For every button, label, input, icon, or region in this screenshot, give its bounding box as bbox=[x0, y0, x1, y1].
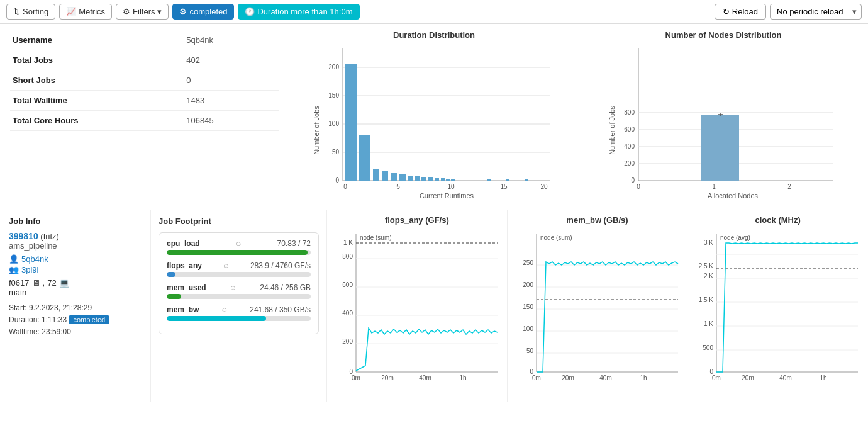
group-line: 👥 3pl9i bbox=[9, 265, 142, 274]
job-id-link[interactable]: 399810 bbox=[9, 231, 38, 241]
total-jobs-value: 402 bbox=[136, 50, 279, 70]
svg-text:2 K: 2 K bbox=[704, 273, 713, 279]
username-row: Username 5qb4nk bbox=[10, 30, 279, 50]
svg-text:1.5 K: 1.5 K bbox=[699, 296, 714, 303]
svg-text:20m: 20m bbox=[562, 374, 574, 381]
metrics-icon: 📈 bbox=[66, 7, 76, 16]
flops-any-bar-bg bbox=[167, 272, 311, 277]
clock-chart-panel: clock (MHz) node (avg) 0 500 1 K 1.5 K 2… bbox=[687, 210, 868, 402]
total-jobs-label: Total Jobs bbox=[10, 50, 136, 70]
group-link[interactable]: 3pl9i bbox=[21, 265, 38, 274]
svg-text:100: 100 bbox=[328, 120, 339, 127]
svg-text:400: 400 bbox=[624, 143, 635, 150]
svg-rect-16 bbox=[391, 173, 397, 181]
status-badge: completed bbox=[69, 315, 109, 324]
reload-select-wrap: No periodic reload bbox=[770, 4, 862, 20]
mem-bw-value: 241.68 / 350 GB/s bbox=[250, 305, 311, 314]
bottom-section: Job Info 399810 (fritz) ams_pipeline 👤 5… bbox=[0, 210, 868, 402]
svg-text:200: 200 bbox=[624, 160, 635, 167]
svg-text:1 K: 1 K bbox=[343, 239, 353, 246]
stats-table: Username 5qb4nk Total Jobs 402 Short Job… bbox=[0, 24, 289, 210]
sorting-icon: ⇅ bbox=[13, 7, 20, 16]
svg-text:0m: 0m bbox=[532, 374, 541, 381]
svg-rect-18 bbox=[408, 176, 413, 181]
metrics-label: Metrics bbox=[79, 7, 105, 16]
filters-button[interactable]: ⚙ Filters ▾ bbox=[116, 4, 169, 20]
svg-text:600: 600 bbox=[624, 126, 635, 133]
mem-used-bar-bg bbox=[167, 294, 311, 299]
sorting-button[interactable]: ⇅ Sorting bbox=[6, 4, 55, 20]
svg-text:800: 800 bbox=[624, 109, 635, 116]
svg-rect-12 bbox=[345, 64, 357, 181]
walltime-label: Total Walltime bbox=[10, 91, 136, 111]
svg-text:800: 800 bbox=[342, 253, 353, 260]
svg-text:200: 200 bbox=[523, 281, 533, 288]
job-cluster: (fritz) bbox=[40, 232, 59, 241]
core-hours-value: 106845 bbox=[136, 111, 279, 131]
start-time: Start: 9.2.2023, 21:28:29 bbox=[9, 302, 142, 314]
footprint-header: Job Footprint bbox=[159, 217, 319, 226]
svg-text:600: 600 bbox=[342, 281, 353, 288]
cpu-load-smiley: ☺ bbox=[235, 240, 242, 247]
cpu-load-value: 70.83 / 72 bbox=[277, 239, 311, 248]
cpu-load-metric: cpu_load ☺ 70.83 / 72 bbox=[167, 239, 311, 255]
filters-label: Filters bbox=[133, 7, 155, 16]
duration-button[interactable]: 🕐 Duration more than 1h:0m bbox=[238, 4, 359, 20]
total-jobs-row: Total Jobs 402 bbox=[10, 50, 279, 70]
completed-button[interactable]: ⚙ completed bbox=[172, 4, 234, 20]
cpu-load-label: cpu_load bbox=[167, 239, 200, 248]
group-icon: 👥 bbox=[9, 265, 19, 274]
svg-text:3 K: 3 K bbox=[704, 239, 713, 246]
short-jobs-label: Short Jobs bbox=[10, 70, 136, 91]
svg-text:0: 0 bbox=[343, 183, 347, 190]
user-link[interactable]: 5qb4nk bbox=[21, 254, 48, 264]
reload-select[interactable]: No periodic reload bbox=[770, 4, 862, 20]
reload-label: Reload bbox=[732, 7, 758, 16]
svg-text:0m: 0m bbox=[712, 374, 721, 381]
svg-text:500: 500 bbox=[703, 344, 714, 351]
svg-rect-21 bbox=[428, 177, 433, 181]
mem-used-smiley: ☺ bbox=[230, 284, 236, 291]
sorting-label: Sorting bbox=[23, 7, 48, 16]
svg-rect-27 bbox=[506, 179, 509, 181]
toolbar: ⇅ Sorting 📈 Metrics ⚙ Filters ▾ ⚙ comple… bbox=[0, 0, 868, 24]
duration-chart-svg: Number of Jobs 50 100 150 200 0 bbox=[311, 42, 557, 206]
flops-any-bar bbox=[167, 272, 175, 277]
flops-chart-svg: node (sum) 0 200 400 600 800 1 K 0m 20m … bbox=[331, 227, 501, 397]
svg-text:0: 0 bbox=[637, 183, 640, 190]
svg-text:20: 20 bbox=[540, 183, 548, 190]
timing-section: Start: 9.2.2023, 21:28:29 Duration: 1:11… bbox=[9, 302, 142, 339]
svg-text:1h: 1h bbox=[640, 374, 647, 381]
svg-rect-47 bbox=[701, 115, 739, 181]
svg-text:50: 50 bbox=[332, 149, 340, 155]
short-jobs-row: Short Jobs 0 bbox=[10, 70, 279, 91]
mem-bw-label: mem_bw bbox=[167, 305, 199, 314]
svg-text:2: 2 bbox=[787, 183, 791, 190]
core-hours-row: Total Core Hours 106845 bbox=[10, 111, 279, 131]
flops-any-label: flops_any bbox=[167, 261, 202, 270]
svg-text:Allocated Nodes: Allocated Nodes bbox=[708, 192, 759, 200]
metrics-button[interactable]: 📈 Metrics bbox=[59, 4, 112, 20]
svg-text:200: 200 bbox=[342, 338, 353, 345]
reload-button[interactable]: ↻ Reload bbox=[715, 4, 766, 20]
svg-text:150: 150 bbox=[523, 303, 533, 310]
node-icon: 🖥 bbox=[32, 278, 40, 288]
node-value: f0617 bbox=[9, 278, 30, 288]
cpu-load-bar bbox=[167, 250, 308, 255]
reload-icon: ↻ bbox=[723, 7, 730, 16]
svg-text:50: 50 bbox=[526, 347, 534, 354]
svg-rect-22 bbox=[435, 178, 439, 181]
svg-text:20m: 20m bbox=[742, 374, 754, 381]
svg-text:250: 250 bbox=[523, 259, 533, 266]
svg-text:node (avg): node (avg) bbox=[720, 234, 750, 241]
svg-rect-23 bbox=[441, 178, 445, 181]
job-footprint-panel: Job Footprint cpu_load ☺ 70.83 / 72 flop… bbox=[151, 210, 327, 402]
completed-label: completed bbox=[189, 7, 227, 16]
flops-any-metric: flops_any ☺ 283.9 / 4760 GF/s bbox=[167, 261, 311, 277]
svg-rect-15 bbox=[382, 171, 388, 181]
svg-rect-17 bbox=[399, 174, 406, 181]
filters-icon: ⚙ bbox=[123, 7, 130, 16]
svg-text:100: 100 bbox=[523, 325, 533, 332]
mem-bw-bar bbox=[167, 316, 266, 321]
nodes-chart: Number of Nodes Distribution Number of J… bbox=[579, 24, 868, 210]
